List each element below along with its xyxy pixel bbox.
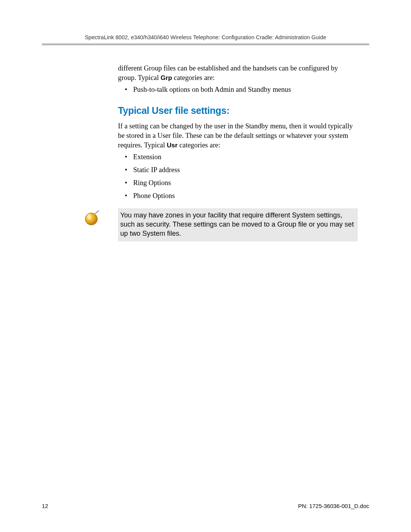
section-text-2: categories are: <box>178 141 220 149</box>
doc-reference: PN: 1725-36036-001_D.doc <box>298 503 369 509</box>
list-item: Phone Options <box>118 191 358 201</box>
svg-point-2 <box>87 214 91 219</box>
second-bullet-list: Extension Static IP address Ring Options… <box>118 152 358 201</box>
intro-bold: Grp <box>161 74 172 81</box>
section-bold: Usr <box>167 142 177 149</box>
page-content: different Group files can be established… <box>118 64 358 241</box>
first-bullet-list: Push-to-talk options on both Admin and S… <box>118 85 358 94</box>
section-paragraph: If a setting can be changed by the user … <box>118 121 358 150</box>
list-item: Static IP address <box>118 165 358 175</box>
page-footer: 12 PN: 1725-36036-001_D.doc <box>42 503 369 509</box>
list-item: Extension <box>118 152 358 162</box>
intro-text-1: different Group files can be established… <box>118 64 338 81</box>
intro-text-2: categories are: <box>172 74 215 81</box>
section-heading: Typical User file settings: <box>118 105 358 116</box>
note-box: You may have zones in your facility that… <box>118 208 358 241</box>
page-number: 12 <box>42 503 48 509</box>
pushpin-icon <box>84 210 100 227</box>
header-divider <box>42 43 369 45</box>
svg-line-0 <box>95 211 99 214</box>
list-item: Push-to-talk options on both Admin and S… <box>118 85 358 94</box>
page-header: SpectraLink 8002, e340/h340/i640 Wireles… <box>42 34 369 43</box>
svg-point-1 <box>85 213 97 225</box>
note-container: You may have zones in your facility that… <box>84 208 358 241</box>
section-text-1: If a setting can be changed by the user … <box>118 122 353 149</box>
intro-paragraph: different Group files can be established… <box>118 64 358 83</box>
list-item: Ring Options <box>118 178 358 188</box>
document-page: SpectraLink 8002, e340/h340/i640 Wireles… <box>0 0 411 532</box>
